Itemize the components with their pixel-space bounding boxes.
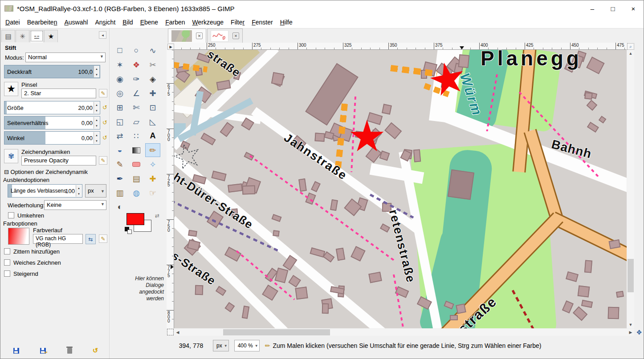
brush-preview-button[interactable]: ★ (4, 82, 18, 96)
dock-tab-tool-presets-dialog[interactable]: ✳ (16, 30, 29, 42)
rectangle-select-tool-icon[interactable]: □ (112, 44, 127, 57)
clone-tool-icon[interactable]: ▤ (129, 172, 144, 186)
menu-bild[interactable]: Bild (119, 17, 136, 27)
menu-bearbeiten[interactable]: Bearbeiten (24, 17, 61, 27)
scale-tool-icon[interactable]: ◱ (112, 115, 127, 129)
opacity-slider[interactable]: Deckkraft 100,0 ▲▼ (4, 65, 100, 78)
size-slider[interactable]: Größe 20,00 ▲▼ (4, 101, 100, 114)
image-canvas[interactable]: PlaneggWürmBahnhJahnstraßecht-Dürer-Stra… (174, 50, 627, 328)
heal-tool-icon[interactable]: ✚ (145, 172, 160, 186)
menu-werkzeuge[interactable]: Werkzeuge (189, 17, 228, 27)
brush-name-field[interactable]: 2. Star (21, 89, 96, 98)
ellipse-select-tool-icon[interactable]: ○ (129, 44, 144, 57)
dock-tab-tool-options-dialog[interactable]: ⚍ (30, 30, 44, 42)
align-tool-icon[interactable]: ⊞ (112, 101, 127, 114)
angle-reset-button[interactable]: ↺ (101, 134, 109, 141)
unit-select[interactable]: px▼ (213, 340, 229, 351)
menu-ansicht[interactable]: Ansicht (91, 17, 119, 27)
horizontal-ruler[interactable]: 250275300325350375400425450475 (174, 43, 627, 50)
dock-tab-layers-dialog[interactable]: ▤ (1, 30, 15, 42)
perspective-clone-tool-icon[interactable]: ▥ (112, 186, 127, 200)
fade-spinner[interactable]: ▲▼ (76, 185, 82, 197)
horizontal-scrollbar[interactable]: ◀ ▶ (174, 329, 634, 336)
size-spinner[interactable]: ▲▼ (94, 102, 99, 113)
delete-tool-options-button[interactable] (65, 347, 73, 355)
vscroll-thumb[interactable] (628, 259, 634, 292)
scroll-left-icon[interactable]: ◀ (174, 329, 181, 336)
menu-ebene[interactable]: Ebene (137, 17, 162, 27)
gradient-field[interactable]: VG nach HG (RGB) (33, 234, 83, 244)
menu-datei[interactable]: Datei (2, 17, 24, 27)
dynamics-field[interactable]: Pressure Opacity (21, 156, 96, 165)
gradient-tool-icon[interactable] (129, 143, 144, 157)
flip-tool-icon[interactable]: ⇄ (112, 129, 127, 143)
scissors-select-tool-icon[interactable]: ✂ (145, 58, 160, 72)
reverse-checkbox[interactable] (8, 212, 14, 218)
aspect-slider[interactable]: Seitenverhältnis 0,00 ▲▼ (4, 116, 100, 129)
shear-tool-icon[interactable]: ▱ (129, 115, 144, 129)
mode-select[interactable]: Normal▼ (25, 52, 106, 62)
minimize-button[interactable]: – (582, 0, 603, 16)
smudge-tool-icon[interactable]: ☞ (145, 186, 160, 200)
brush-edit-button[interactable]: ✎ (99, 89, 107, 97)
paintbrush-tool-icon[interactable]: ✎ (112, 157, 127, 171)
gradient-preview-button[interactable] (8, 228, 29, 245)
ruler-menu-button[interactable]: ▶ (167, 44, 174, 50)
eraser-tool-icon[interactable] (129, 157, 144, 171)
close-icon[interactable]: ✕ (232, 32, 239, 39)
color-picker-tool-icon[interactable]: ◈ (145, 72, 160, 86)
scroll-right-icon[interactable]: ▶ (627, 329, 634, 336)
fade-length-slider[interactable]: Länge des Verblassens 100 ▲▼ (8, 184, 82, 198)
image-tab-map[interactable]: ✕ (168, 28, 206, 43)
swap-colors-icon[interactable]: ⇄ (155, 213, 159, 219)
pencil-tool-icon[interactable]: ✏ (145, 143, 160, 157)
close-button[interactable]: × (623, 0, 644, 16)
opacity-spinner[interactable]: ▲▼ (94, 66, 99, 77)
angle-slider[interactable]: Winkel 0,00 ▲▼ (4, 131, 100, 145)
dock-collapse-button[interactable]: ◂ (99, 31, 106, 39)
fade-unit-select[interactable]: px▼ (85, 184, 106, 198)
hscroll-thumb[interactable] (223, 329, 330, 335)
aspect-reset-button[interactable]: ↺ (101, 119, 109, 126)
dynamics-expander[interactable]: ⊟ Optionen der Zeichendynamik (4, 169, 88, 175)
default-colors-icon[interactable] (125, 227, 132, 234)
airbrush-tool-icon[interactable]: ✧ (145, 157, 160, 171)
measure-tool-icon[interactable]: ∠ (129, 86, 144, 100)
close-icon[interactable]: ✕ (196, 32, 203, 39)
bucket-fill-tool-icon[interactable]: ◒ (112, 143, 127, 157)
move-tool-icon[interactable]: ✚ (145, 86, 160, 100)
text-tool-icon[interactable]: A (145, 129, 160, 143)
vertical-scrollbar[interactable]: ▲ ▼ (627, 50, 634, 328)
foreground-color-swatch[interactable] (126, 213, 144, 225)
dodge-burn-tool-icon[interactable]: ◐ (112, 200, 127, 214)
paths-tool-icon[interactable]: ✑ (129, 72, 144, 86)
ink-tool-icon[interactable]: ✒ (112, 172, 127, 186)
restore-tool-options-button[interactable]: ↩ (39, 347, 47, 355)
foreground-select-tool-icon[interactable]: ◉ (112, 72, 127, 86)
menu-fenster[interactable]: Fenster (248, 17, 276, 27)
reset-tool-options-button[interactable]: ↺ (91, 347, 99, 355)
image-tab-scribble[interactable]: ✕ (207, 28, 243, 43)
save-tool-options-button[interactable] (12, 347, 20, 355)
blur-sharpen-tool-icon[interactable]: ◍ (129, 186, 144, 200)
menu-filter[interactable]: Filter (227, 17, 248, 27)
dynamics-edit-button[interactable]: ✎ (99, 156, 107, 165)
aspect-spinner[interactable]: ▲▼ (94, 117, 99, 129)
scroll-down-icon[interactable]: ▼ (627, 321, 634, 328)
gradient-edit-button[interactable]: ✎ (99, 234, 107, 243)
menu-hilfe[interactable]: Hilfe (277, 17, 296, 27)
quick-mask-toggle[interactable] (167, 329, 174, 335)
dock-tab-brush-editor-dialog[interactable]: ★ (44, 30, 58, 42)
unified-transform-tool-icon[interactable]: ⊡ (145, 101, 160, 114)
zoom-select[interactable]: 400 %▼ (234, 340, 260, 351)
select-by-color-tool-icon[interactable]: ❖ (129, 58, 144, 72)
vertical-ruler[interactable]: 6 7 57 0 07 2 57 5 07 7 58 0 0 (167, 50, 174, 328)
zoom-fit-toggle[interactable]: ⌕ (627, 43, 634, 50)
gradient-flip-button[interactable]: ⇆ (86, 234, 96, 244)
handle-transform-tool-icon[interactable]: ∷ (129, 129, 144, 143)
zoom-tool-icon[interactable]: ◎ (112, 86, 127, 100)
perspective-tool-icon[interactable]: ◺ (145, 115, 160, 129)
navigation-button[interactable]: ✥ (635, 328, 643, 336)
smooth-checkbox[interactable] (4, 259, 10, 266)
menu-auswahl[interactable]: Auswahl (61, 17, 91, 27)
